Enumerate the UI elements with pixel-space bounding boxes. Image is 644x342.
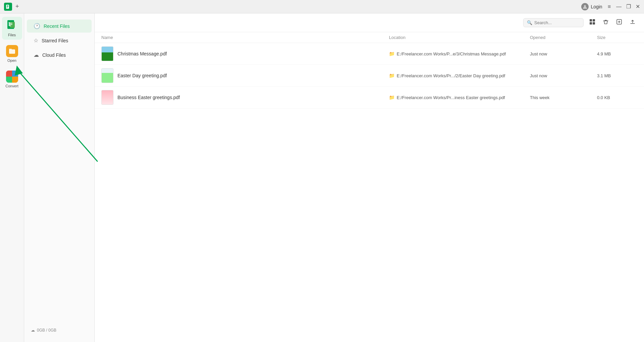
col-opened: Opened — [530, 35, 597, 40]
recent-icon: 🕐 — [34, 23, 40, 29]
cloud-icon: ☁ — [34, 52, 39, 58]
svg-rect-15 — [9, 49, 12, 50]
nav-bar: Files Open — [0, 13, 24, 342]
folder-icon-2: 📁 — [389, 73, 395, 78]
add-file-button[interactable] — [614, 17, 624, 28]
sidebar-recent-label: Recent Files — [44, 24, 70, 29]
folder-icon-1: 📁 — [389, 51, 395, 56]
file-name-3: Business Easter greetings.pdf — [117, 95, 180, 100]
starred-icon: ☆ — [34, 37, 38, 44]
title-bar-left: + — [4, 3, 19, 11]
file-location-1: 📁 E:/Freelancer.com Works/P...e/3/Christ… — [389, 51, 530, 56]
convert-nav-icon — [6, 71, 18, 83]
title-bar: + Login ≡ — ❐ ✕ — [0, 0, 644, 13]
sidebar-item-recent[interactable]: 🕐 Recent Files — [27, 19, 92, 33]
login-label: Login — [591, 4, 602, 9]
file-list-header: Name Location Opened Size — [95, 32, 644, 43]
sidebar-cloud-label: Cloud Files — [42, 52, 66, 58]
col-name: Name — [101, 35, 389, 40]
search-input[interactable] — [534, 20, 575, 25]
sidebar: 🕐 Recent Files ☆ Starred Files ☁ Cloud F… — [24, 13, 95, 342]
svg-rect-2 — [7, 5, 8, 6]
file-location-3: 📁 E:/Freelancer.com Works/Pr...iness Eas… — [389, 95, 530, 100]
content-area: 🔍 — [95, 13, 644, 342]
nav-files-label: Files — [8, 33, 16, 37]
toolbar: 🔍 — [95, 13, 644, 32]
sidebar-item-cloud[interactable]: ☁ Cloud Files — [27, 48, 92, 61]
close-button[interactable]: ✕ — [636, 4, 640, 9]
file-opened-2: Just now — [530, 73, 597, 78]
svg-rect-12 — [9, 24, 12, 25]
sidebar-item-starred[interactable]: ☆ Starred Files — [27, 34, 92, 47]
add-tab-button[interactable]: + — [15, 3, 19, 10]
upload-button[interactable] — [628, 17, 637, 28]
table-row[interactable]: Easter Day greeting.pdf 📁 E:/Freelancer.… — [95, 65, 644, 87]
file-thumb-1 — [101, 46, 113, 61]
svg-rect-16 — [590, 19, 592, 22]
file-thumb-2 — [101, 68, 113, 83]
file-list: Christmas Message.pdf 📁 E:/Freelancer.co… — [95, 43, 644, 342]
main-layout: Files Open — [0, 13, 644, 342]
grid-view-button[interactable] — [588, 17, 597, 28]
avatar-icon — [581, 3, 589, 10]
file-name-cell-3: Business Easter greetings.pdf — [101, 90, 389, 105]
folder-icon-3: 📁 — [389, 95, 395, 100]
svg-rect-17 — [593, 19, 595, 22]
sidebar-footer: ☁ 0GB / 0GB — [24, 324, 94, 337]
svg-rect-11 — [9, 23, 12, 24]
trash-button[interactable] — [601, 17, 610, 28]
col-location: Location — [389, 35, 530, 40]
files-nav-icon — [6, 19, 18, 32]
sidebar-starred-label: Starred Files — [42, 38, 68, 43]
title-bar-right: Login ≡ — ❐ ✕ — [581, 3, 640, 10]
hamburger-menu-button[interactable]: ≡ — [608, 4, 611, 9]
svg-rect-4 — [7, 7, 8, 8]
file-size-3: 0.0 KB — [597, 95, 637, 100]
file-opened-3: This week — [530, 95, 597, 100]
window-controls: — ❐ ✕ — [616, 4, 640, 9]
file-size-1: 4.9 MB — [597, 51, 637, 56]
maximize-button[interactable]: ❐ — [626, 4, 631, 9]
nav-convert-label: Convert — [5, 84, 18, 88]
svg-rect-18 — [590, 22, 592, 25]
file-thumb-3 — [101, 90, 113, 105]
svg-rect-3 — [7, 6, 8, 7]
cloud-icon-footer: ☁ — [31, 328, 35, 333]
svg-rect-13 — [9, 26, 11, 26]
file-location-text-2: E:/Freelancer.com Works/Pr.../2/Easter D… — [397, 73, 505, 78]
svg-rect-19 — [593, 22, 595, 25]
file-location-text-3: E:/Freelancer.com Works/Pr...iness Easte… — [397, 95, 505, 100]
nav-item-open[interactable]: Open — [2, 42, 22, 65]
file-opened-1: Just now — [530, 51, 597, 56]
table-row[interactable]: Business Easter greetings.pdf 📁 E:/Freel… — [95, 87, 644, 109]
nav-open-label: Open — [7, 58, 16, 62]
search-box[interactable]: 🔍 — [523, 18, 584, 27]
app-logo — [4, 3, 12, 11]
minimize-button[interactable]: — — [616, 4, 622, 9]
file-name-1: Christmas Message.pdf — [117, 51, 167, 56]
file-size-2: 3.1 MB — [597, 73, 637, 78]
login-button[interactable]: Login — [581, 3, 602, 10]
file-name-cell-1: Christmas Message.pdf — [101, 46, 389, 61]
col-size: Size — [597, 35, 637, 40]
search-icon: 🔍 — [527, 20, 532, 25]
table-row[interactable]: Christmas Message.pdf 📁 E:/Freelancer.co… — [95, 43, 644, 65]
nav-item-files[interactable]: Files — [2, 17, 22, 40]
file-name-2: Easter Day greeting.pdf — [117, 73, 167, 78]
nav-item-convert[interactable]: Convert — [2, 68, 22, 91]
file-location-text-1: E:/Freelancer.com Works/P...e/3/Christma… — [397, 51, 506, 56]
file-name-cell-2: Easter Day greeting.pdf — [101, 68, 389, 83]
file-location-2: 📁 E:/Freelancer.com Works/Pr.../2/Easter… — [389, 73, 530, 78]
storage-label: 0GB / 0GB — [37, 328, 56, 333]
open-nav-icon — [6, 45, 18, 57]
